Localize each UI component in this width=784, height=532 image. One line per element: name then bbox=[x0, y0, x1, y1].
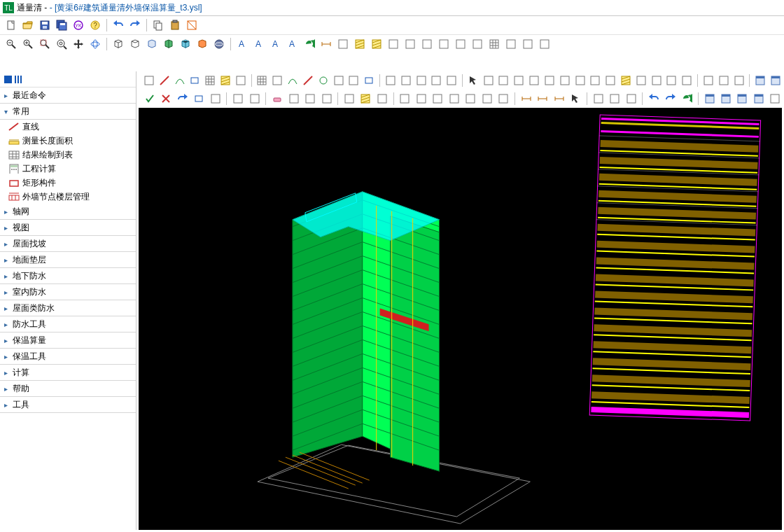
sidebar-group-9[interactable]: ▸防水工具 bbox=[0, 316, 136, 332]
style-icon[interactable] bbox=[624, 92, 638, 106]
props-icon[interactable] bbox=[665, 74, 678, 88]
tee-join-icon[interactable] bbox=[480, 92, 493, 106]
wall1-icon[interactable] bbox=[702, 74, 715, 88]
curve-icon[interactable] bbox=[286, 74, 299, 88]
hatch2-icon[interactable] bbox=[359, 92, 372, 106]
redo-icon[interactable] bbox=[128, 18, 142, 32]
hidden-line-icon[interactable] bbox=[128, 37, 142, 51]
rect2-icon[interactable] bbox=[363, 74, 375, 88]
sidebar-group-6[interactable]: ▸地下防水 bbox=[0, 268, 136, 284]
cross-sel-icon[interactable] bbox=[498, 74, 510, 88]
bars-icon[interactable] bbox=[209, 92, 222, 106]
ellipse-icon[interactable] bbox=[332, 74, 345, 88]
sidebar-group-14[interactable]: ▸工具 bbox=[0, 397, 136, 413]
corner-icon[interactable] bbox=[464, 92, 477, 106]
scissors-icon[interactable] bbox=[287, 92, 300, 106]
sidebar-group-3[interactable]: ▸视图 bbox=[0, 220, 136, 236]
zoom-extents-icon[interactable] bbox=[38, 37, 52, 51]
cross-join-icon[interactable] bbox=[497, 92, 510, 106]
camera-icon[interactable] bbox=[445, 74, 458, 88]
refresh-blue-icon[interactable] bbox=[680, 92, 693, 106]
panel2-icon[interactable] bbox=[719, 92, 732, 106]
yk-icon[interactable]: YK bbox=[71, 18, 85, 32]
save-all-icon[interactable] bbox=[55, 18, 69, 32]
realistic-icon[interactable] bbox=[195, 37, 209, 51]
sketch-icon[interactable] bbox=[400, 74, 412, 88]
wall3-icon[interactable] bbox=[733, 74, 746, 88]
settings-icon[interactable] bbox=[650, 74, 663, 88]
dimension-icon[interactable] bbox=[319, 37, 333, 51]
sidebar-group-10[interactable]: ▸保温算量 bbox=[0, 332, 136, 349]
sidebar-item-1-1[interactable]: 测量长度面积 bbox=[0, 134, 136, 148]
angle-icon[interactable] bbox=[437, 37, 451, 51]
sidebar-group-4[interactable]: ▸屋面找坡 bbox=[0, 236, 136, 252]
ucs-icon[interactable] bbox=[470, 37, 484, 51]
sidebar-item-1-5[interactable]: 外墙节点楼层管理 bbox=[0, 190, 136, 204]
dim-lin-icon[interactable] bbox=[519, 92, 533, 106]
save-icon[interactable] bbox=[38, 18, 52, 32]
edge-icon[interactable] bbox=[271, 74, 284, 88]
properties-icon[interactable] bbox=[521, 37, 535, 51]
copy-icon[interactable] bbox=[151, 18, 165, 32]
break-icon[interactable] bbox=[320, 92, 333, 106]
line-icon[interactable] bbox=[158, 74, 171, 88]
refresh-icon[interactable] bbox=[302, 37, 316, 51]
orbit-icon[interactable] bbox=[88, 37, 102, 51]
window2-icon[interactable] bbox=[447, 92, 461, 106]
sidebar-group-11[interactable]: ▸保温工具 bbox=[0, 349, 136, 365]
circle-icon[interactable] bbox=[317, 74, 330, 88]
region-icon[interactable] bbox=[234, 74, 247, 88]
text-bold-icon[interactable]: A bbox=[269, 37, 283, 51]
walk-icon[interactable] bbox=[415, 74, 428, 88]
move-icon[interactable] bbox=[543, 74, 556, 88]
panel3-icon[interactable] bbox=[736, 92, 749, 106]
mirror-icon[interactable] bbox=[574, 74, 587, 88]
view1-icon[interactable] bbox=[754, 74, 766, 88]
sidebar-item-1-0[interactable]: 直线 bbox=[0, 120, 136, 134]
check-icon[interactable] bbox=[680, 74, 693, 88]
open-file-icon[interactable] bbox=[21, 18, 35, 32]
fill-icon[interactable] bbox=[370, 37, 384, 51]
help-icon[interactable]: ? bbox=[88, 18, 102, 32]
shaded-edges-icon[interactable] bbox=[178, 37, 192, 51]
zoom-in-icon[interactable] bbox=[21, 37, 35, 51]
text-a-icon[interactable]: A bbox=[235, 37, 249, 51]
panel4-icon[interactable] bbox=[752, 92, 765, 106]
dim-ang-icon[interactable] bbox=[536, 92, 550, 106]
rotate-icon[interactable] bbox=[559, 74, 571, 88]
extend-icon[interactable] bbox=[604, 74, 617, 88]
grid-icon[interactable] bbox=[487, 37, 501, 51]
box-icon[interactable] bbox=[145, 37, 159, 51]
gridline-icon[interactable] bbox=[256, 74, 269, 88]
poly-icon[interactable] bbox=[342, 92, 356, 106]
explode-icon[interactable] bbox=[303, 92, 316, 106]
offset-icon[interactable] bbox=[231, 92, 244, 106]
undo-blue-icon[interactable] bbox=[647, 92, 660, 106]
erase-icon[interactable] bbox=[270, 92, 284, 106]
shaded-icon[interactable] bbox=[162, 37, 176, 51]
chamfer-icon[interactable] bbox=[635, 74, 648, 88]
sidebar-group-1[interactable]: ▾常用 bbox=[0, 104, 136, 120]
trim-icon[interactable] bbox=[589, 74, 601, 88]
3pt-icon[interactable] bbox=[347, 74, 360, 88]
profile-icon[interactable] bbox=[454, 37, 468, 51]
zoom-out-icon[interactable] bbox=[4, 37, 18, 51]
arc-icon[interactable] bbox=[174, 74, 186, 88]
grid-icon[interactable] bbox=[4, 76, 12, 83]
list-icon[interactable] bbox=[15, 76, 22, 83]
render-icon[interactable] bbox=[384, 74, 397, 88]
measure-icon[interactable] bbox=[403, 37, 417, 51]
xray-icon[interactable] bbox=[212, 37, 226, 51]
sidebar-item-1-4[interactable]: 矩形构件 bbox=[0, 176, 136, 190]
fillet-icon[interactable] bbox=[620, 74, 632, 88]
arrow-icon[interactable] bbox=[568, 92, 582, 106]
sidebar-item-1-2[interactable]: 结果绘制到表 bbox=[0, 148, 136, 162]
rectangle-icon[interactable] bbox=[188, 74, 201, 88]
measure-area-icon[interactable] bbox=[185, 18, 199, 32]
pan-icon[interactable] bbox=[71, 37, 85, 51]
door1-icon[interactable] bbox=[398, 92, 412, 106]
viewport-3d[interactable] bbox=[139, 108, 782, 530]
view2-icon[interactable] bbox=[769, 74, 782, 88]
orbit3d-icon[interactable] bbox=[430, 74, 442, 88]
window-sel-icon[interactable] bbox=[482, 74, 495, 88]
